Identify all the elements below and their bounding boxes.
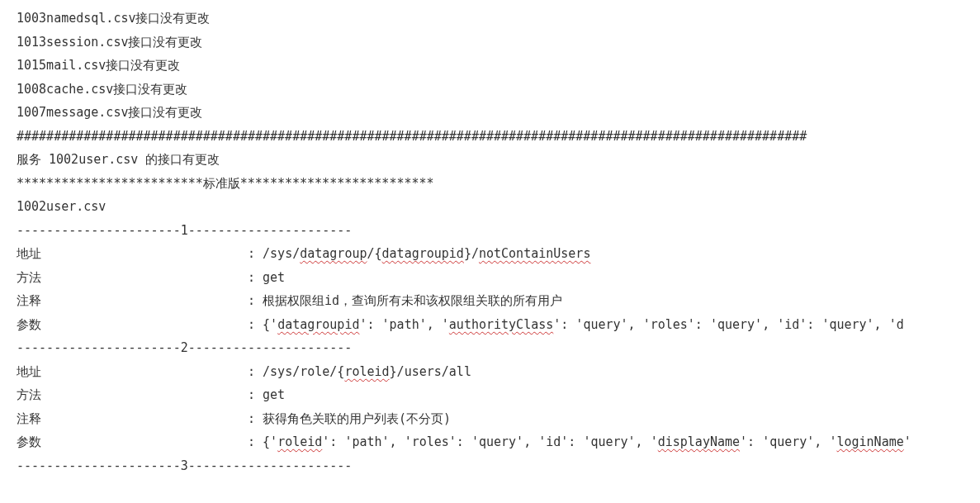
unchanged-line: 1008cache.csv接口没有更改 [17,78,963,102]
params-value: : {'roleid': 'path', 'roles': 'query', '… [248,434,911,449]
unchanged-line: 1013session.csv接口没有更改 [17,31,963,55]
params-token: loginName [836,434,903,449]
address-label: 地址 [17,242,248,266]
method-value: : get [248,387,285,402]
params-row: 参数: {'roleid': 'path', 'roles': 'query',… [17,430,963,454]
console-output: 1003namedsql.csv接口没有更改1013session.csv接口没… [17,7,963,477]
comment-value: : 获得角色关联的用户列表(不分页) [248,411,451,426]
hash-divider: ########################################… [17,125,963,149]
method-label: 方法 [17,266,248,290]
unchanged-line: 1003namedsql.csv接口没有更改 [17,7,963,31]
comment-label: 注释 [17,407,248,431]
address-value: : /sys/role/{roleid}/users/all [248,364,471,379]
address-row: 地址: /sys/role/{roleid}/users/all [17,360,963,384]
comment-row: 注释: 获得角色关联的用户列表(不分页) [17,407,963,431]
comment-label: 注释 [17,289,248,313]
method-label: 方法 [17,383,248,407]
params-label: 参数 [17,313,248,337]
params-value: : {'datagroupid': 'path', 'authorityClas… [248,317,904,332]
params-label: 参数 [17,430,248,454]
address-token: roleid [344,364,389,379]
address-label: 地址 [17,360,248,384]
comment-row: 注释: 根据权限组id，查询所有未和该权限组关联的所有用户 [17,289,963,313]
section-divider: ----------------------1-----------------… [17,219,963,243]
section-divider: ----------------------3-----------------… [17,454,963,478]
params-row: 参数: {'datagroupid': 'path', 'authorityCl… [17,313,963,337]
changed-header: 服务 1002user.csv 的接口有更改 [17,148,963,172]
edition-line: *************************标准版************… [17,172,963,196]
unchanged-line: 1015mail.csv接口没有更改 [17,54,963,78]
params-token: authorityClass [449,317,553,332]
address-row: 地址: /sys/datagroup/{datagroupid}/notCont… [17,242,963,266]
method-value: : get [248,270,285,285]
unchanged-line: 1007message.csv接口没有更改 [17,101,963,125]
params-token: roleid [277,434,322,449]
section-divider: ----------------------2-----------------… [17,336,963,360]
address-token: notContainUsers [479,246,590,261]
comment-value: : 根据权限组id，查询所有未和该权限组关联的所有用户 [248,293,562,308]
method-row: 方法: get [17,266,963,290]
params-token: datagroupid [277,317,359,332]
address-token: datagroup [300,246,367,261]
address-value: : /sys/datagroup/{datagroupid}/notContai… [248,246,590,261]
method-row: 方法: get [17,383,963,407]
file-name: 1002user.csv [17,195,963,219]
params-token: displayName [658,434,740,449]
address-token: datagroupid [382,246,464,261]
